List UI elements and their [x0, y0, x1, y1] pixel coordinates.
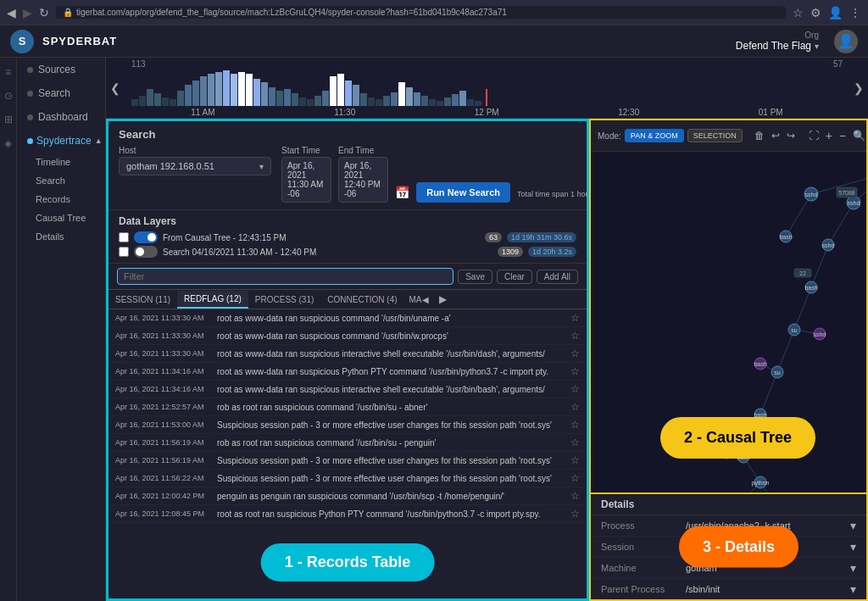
sidebar-grid-icon[interactable]: ⊞ [4, 114, 13, 125]
host-dropdown-icon: ▾ [259, 162, 264, 171]
details-key-session: Session [601, 542, 686, 552]
row-star[interactable]: ☆ [570, 401, 580, 413]
row-star[interactable]: ☆ [570, 312, 580, 324]
row-star[interactable]: ☆ [570, 348, 580, 359]
redo-button[interactable]: ↪ [785, 129, 797, 142]
tab-arrow[interactable]: ▶ [434, 290, 452, 309]
causal-tree-area[interactable]: gotham sshd sshd apache2 python [591, 152, 866, 492]
nav-item-sources[interactable]: Sources [17, 58, 105, 81]
pan-zoom-button[interactable]: PAN & ZOOM [625, 129, 684, 142]
clear-button[interactable]: Clear [497, 270, 532, 284]
layer1-checkbox[interactable] [119, 232, 129, 242]
nav-item-search[interactable]: Search [17, 81, 105, 105]
details-expand-process[interactable]: ▾ [850, 519, 856, 532]
tab-session[interactable]: SESSION (11) [108, 292, 177, 308]
tab-connection[interactable]: CONNECTION (4) [320, 292, 403, 308]
url-text: tigerbat.com/app/org/defend_the_flag/sou… [76, 8, 507, 17]
details-row-parent[interactable]: Parent Process /sbin/init ▾ [591, 579, 866, 599]
svg-line-9 [760, 372, 777, 415]
table-row[interactable]: Apr 16, 2021 12:00:42 PM penguin as peng… [108, 487, 587, 505]
row-star[interactable]: ☆ [570, 454, 580, 466]
star-icon[interactable]: ☆ [793, 6, 804, 19]
table-row[interactable]: Apr 16, 2021 11:33:30 AM root as www-dat… [108, 327, 587, 345]
zoom-out-button[interactable]: − [837, 128, 848, 143]
nav-item-spydertrace[interactable]: Spydertrace ▲ [17, 129, 105, 153]
row-star[interactable]: ☆ [570, 437, 580, 448]
details-row-machine[interactable]: Machine gotham ▾ [591, 558, 866, 579]
row-star[interactable]: ☆ [570, 419, 580, 431]
filter-input[interactable] [117, 268, 453, 285]
details-row-session[interactable]: Session root - systemd ▾ [591, 537, 866, 558]
details-expand-session[interactable]: ▾ [850, 540, 856, 554]
run-search-button[interactable]: Run New Search [416, 182, 510, 203]
sidebar-dot-icon[interactable]: ⊙ [4, 90, 13, 102]
save-button[interactable]: Save [458, 270, 492, 284]
nav-sub-item-timeline[interactable]: Timeline [17, 153, 105, 171]
tab-mac[interactable]: MA◀ [404, 292, 434, 308]
calendar-icon[interactable]: 📅 [395, 186, 409, 199]
tab-process[interactable]: PROCESS (31) [248, 292, 320, 308]
table-row[interactable]: Apr 16, 2021 12:52:57 AM rob as root ran… [108, 398, 587, 416]
selection-button[interactable]: SELECTION [687, 129, 743, 142]
layer1-toggle[interactable] [134, 231, 158, 243]
end-time-field[interactable]: Apr 16, 2021 12:40 PM -06 [338, 157, 388, 203]
layer2-toggle[interactable] [134, 246, 158, 258]
sidebar-shape-icon[interactable]: ◈ [4, 137, 12, 149]
org-selector[interactable]: Defend The Flag ▾ [736, 40, 819, 52]
timeline-nav-left[interactable]: ❮ [110, 81, 120, 95]
svg-text:sshd: sshd [822, 242, 835, 248]
delete-button[interactable]: 🗑 [753, 129, 766, 142]
menu-icon[interactable]: ⋮ [849, 6, 861, 19]
row-star[interactable]: ☆ [570, 472, 580, 484]
details-expand-parent[interactable]: ▾ [850, 582, 856, 596]
table-row[interactable]: Apr 16, 2021 11:56:22 AM Suspicious sess… [108, 470, 587, 487]
forward-btn[interactable]: ▶ [23, 6, 32, 19]
nav-sub-item-causal-tree[interactable]: Causal Tree [17, 209, 105, 227]
user-avatar[interactable]: 👤 [834, 30, 858, 53]
row-star[interactable]: ☆ [570, 330, 580, 342]
settings-icon[interactable]: ⚙ [810, 6, 821, 19]
row-star[interactable]: ☆ [570, 508, 580, 520]
table-row[interactable]: Apr 16, 2021 11:56:19 AM rob as root ran… [108, 434, 587, 452]
undo-button[interactable]: ↩ [770, 129, 782, 142]
row-star[interactable]: ☆ [570, 490, 580, 502]
layer1-time-badge: 1d 19h 31m 30.6s [507, 232, 576, 242]
svg-line-7 [794, 287, 811, 330]
tab-redflag[interactable]: REDFLAG (12) [177, 291, 248, 309]
row-star[interactable]: ☆ [570, 365, 580, 377]
nav-sub-item-records[interactable]: Records [17, 190, 105, 209]
table-row[interactable]: Apr 16, 2021 11:53:00 AM Suspicious sess… [108, 416, 587, 434]
details-row-process[interactable]: Process /usr/sbin/apache2 -k start ▾ [591, 515, 866, 537]
search-dot [27, 91, 33, 97]
url-bar[interactable]: 🔒 tigerbat.com/app/org/defend_the_flag/s… [56, 6, 786, 19]
layer1-text: From Causal Tree - 12:43:15 PM [163, 233, 480, 242]
zoom-in-button[interactable]: + [824, 128, 834, 143]
nav-item-dashboard[interactable]: Dashboard [17, 105, 105, 129]
timeline-nav-right[interactable]: ❯ [854, 81, 864, 95]
layer2-checkbox[interactable] [119, 247, 129, 257]
nav-sub-item-search2[interactable]: Search [17, 171, 105, 190]
app-title: SPYDERBAT [42, 35, 727, 47]
table-row[interactable]: Apr 16, 2021 12:08:45 PM root as root ra… [108, 505, 587, 523]
fit-button[interactable]: ⛶ [807, 129, 821, 142]
table-row[interactable]: Apr 16, 2021 11:34:16 AM root as www-dat… [108, 363, 587, 381]
svg-text:sshd: sshd [805, 192, 818, 198]
row-time: Apr 16, 2021 12:08:45 PM [115, 509, 213, 518]
start-time-field[interactable]: Apr 16, 2021 11:30 AM -06 [281, 157, 331, 203]
dashboard-label: Dashboard [38, 111, 88, 123]
sidebar-menu-icon[interactable]: ≡ [5, 66, 11, 78]
nav-sub-item-details[interactable]: Details [17, 227, 105, 246]
user-icon[interactable]: 👤 [828, 6, 843, 19]
search-graph-button[interactable]: 🔍 [851, 129, 866, 142]
details-key-parent: Parent Process [601, 584, 686, 594]
table-row[interactable]: Apr 16, 2021 11:56:19 AM Suspicious sess… [108, 452, 587, 470]
table-row[interactable]: Apr 16, 2021 11:33:30 AM root as www-dat… [108, 345, 587, 363]
back-btn[interactable]: ◀ [7, 6, 16, 19]
host-select[interactable]: gotham 192.168.0.51 ▾ [119, 157, 271, 175]
table-row[interactable]: Apr 16, 2021 11:34:16 AM root as www-dat… [108, 381, 587, 398]
details-expand-machine[interactable]: ▾ [850, 561, 856, 575]
row-star[interactable]: ☆ [570, 383, 580, 395]
refresh-btn[interactable]: ↻ [39, 6, 49, 19]
table-row[interactable]: Apr 16, 2021 11:33:30 AM root as www-dat… [108, 309, 587, 327]
add-all-button[interactable]: Add All [537, 270, 578, 284]
